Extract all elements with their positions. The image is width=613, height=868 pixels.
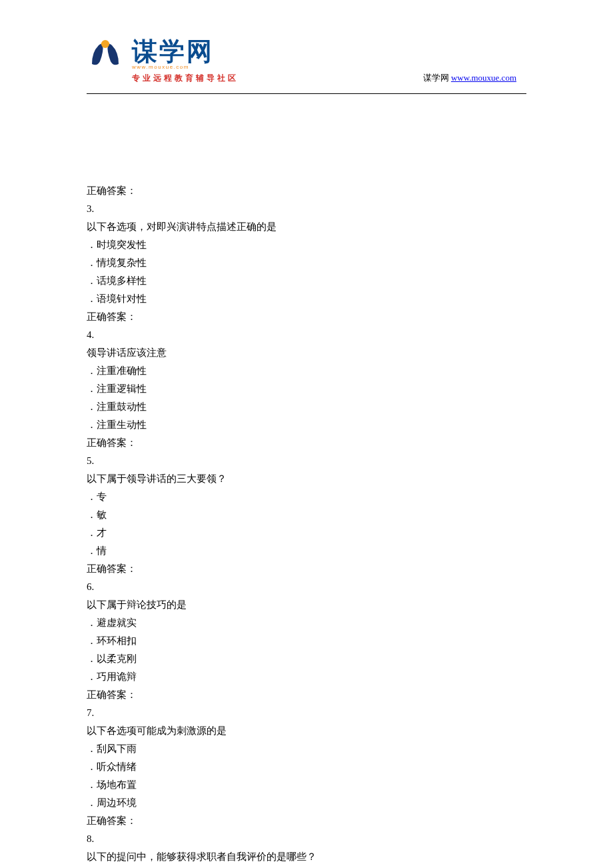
question-number: 6.	[87, 578, 526, 596]
question-option: ．时境突发性	[87, 236, 526, 254]
question-option: ．以柔克刚	[87, 650, 526, 668]
question-title: 领导讲话应该注意	[87, 344, 526, 362]
question-option: ．听众情绪	[87, 758, 526, 776]
question-option: ．注重鼓动性	[87, 398, 526, 416]
answer-label: 正确答案：	[87, 434, 526, 452]
question-option: ．情境复杂性	[87, 254, 526, 272]
site-link[interactable]: www.mouxue.com	[451, 73, 516, 83]
answer-label: 正确答案：	[87, 560, 526, 578]
header-site-label: 谋学网 www.mouxue.com	[423, 72, 516, 84]
logo: 谋学网 www.mouxue.com 专业远程教育辅导社区	[87, 39, 239, 84]
question-title: 以下各选项可能成为刺激源的是	[87, 722, 526, 740]
question-option: ．避虚就实	[87, 614, 526, 632]
answer-label: 正确答案：	[87, 686, 526, 704]
question-number: 5.	[87, 452, 526, 470]
question-option: ．注重生动性	[87, 416, 526, 434]
question-number: 4.	[87, 326, 526, 344]
question-option: ．注重逻辑性	[87, 380, 526, 398]
site-label-text: 谋学网	[423, 73, 451, 83]
question-number: 8.	[87, 830, 526, 848]
answer-label: 正确答案：	[87, 812, 526, 830]
answer-label: 正确答案：	[87, 182, 526, 200]
question-option: ．专	[87, 488, 526, 506]
question-option: ．周边环境	[87, 794, 526, 812]
question-option: ．刮风下雨	[87, 740, 526, 758]
svg-point-0	[101, 40, 109, 48]
logo-icon	[87, 39, 124, 73]
question-option: ．注重准确性	[87, 362, 526, 380]
question-number: 3.	[87, 200, 526, 218]
answer-label: 正确答案：	[87, 308, 526, 326]
page-header: 谋学网 www.mouxue.com 专业远程教育辅导社区 谋学网 www.mo…	[0, 0, 613, 83]
question-title: 以下的提问中，能够获得求职者自我评价的是哪些？	[87, 848, 526, 866]
document-body: 正确答案： 3. 以下各选项，对即兴演讲特点描述正确的是 ．时境突发性 ．情境复…	[0, 83, 613, 868]
question-option: ．敏	[87, 506, 526, 524]
question-option: ．话境多样性	[87, 272, 526, 290]
question-option: ．场地布置	[87, 776, 526, 794]
question-title: 以下各选项，对即兴演讲特点描述正确的是	[87, 218, 526, 236]
question-option: ．情	[87, 542, 526, 560]
question-title: 以下属于辩论技巧的是	[87, 596, 526, 614]
logo-chinese-name: 谋学网	[132, 39, 239, 64]
logo-subtitle: 专业远程教育辅导社区	[132, 73, 239, 84]
logo-text-group: 谋学网 www.mouxue.com 专业远程教育辅导社区	[132, 39, 239, 84]
question-option: ．才	[87, 524, 526, 542]
question-option: ．巧用诡辩	[87, 668, 526, 686]
header-divider	[87, 93, 526, 94]
question-option: ．语境针对性	[87, 290, 526, 308]
question-number: 7.	[87, 704, 526, 722]
logo-url-text: www.mouxue.com	[132, 64, 239, 70]
question-option: ．环环相扣	[87, 632, 526, 650]
question-title: 以下属于领导讲话的三大要领？	[87, 470, 526, 488]
